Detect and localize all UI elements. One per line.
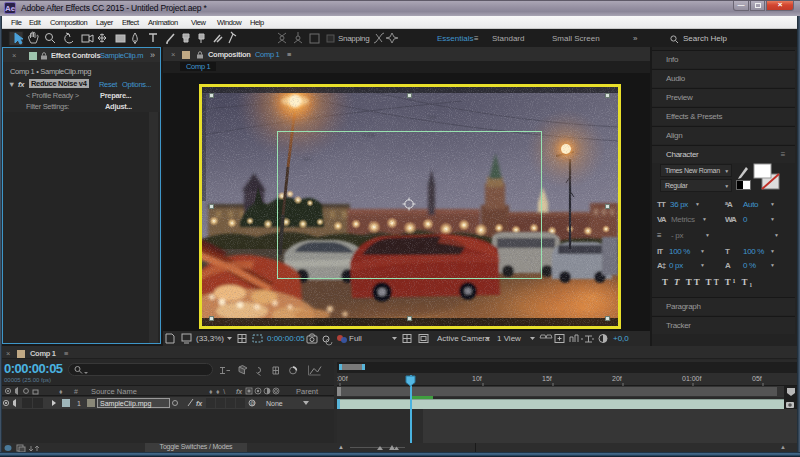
svg-text::00f: :00f — [337, 375, 348, 382]
svg-text:10f: 10f — [472, 375, 482, 382]
svg-text:15f: 15f — [542, 375, 552, 382]
svg-text:@: @ — [250, 400, 256, 406]
svg-text:SampleClip.mpg: SampleClip.mpg — [100, 400, 151, 408]
svg-text:Snapping: Snapping — [338, 34, 369, 43]
svg-text:Source Name: Source Name — [91, 387, 137, 396]
svg-text:Parent: Parent — [296, 387, 319, 396]
svg-text:20f: 20f — [612, 375, 622, 382]
svg-text:None: None — [266, 400, 283, 407]
svg-text:1: 1 — [77, 400, 81, 407]
svg-text:fx: fx — [196, 400, 203, 407]
svg-text:01:00f: 01:00f — [682, 375, 702, 382]
svg-text:05f: 05f — [752, 375, 762, 382]
svg-text:fx: fx — [236, 388, 243, 395]
svg-text:♦: ♦ — [59, 388, 63, 395]
svg-text:♦♦\: ♦♦\ — [209, 388, 229, 395]
svg-text:#: # — [74, 388, 78, 395]
